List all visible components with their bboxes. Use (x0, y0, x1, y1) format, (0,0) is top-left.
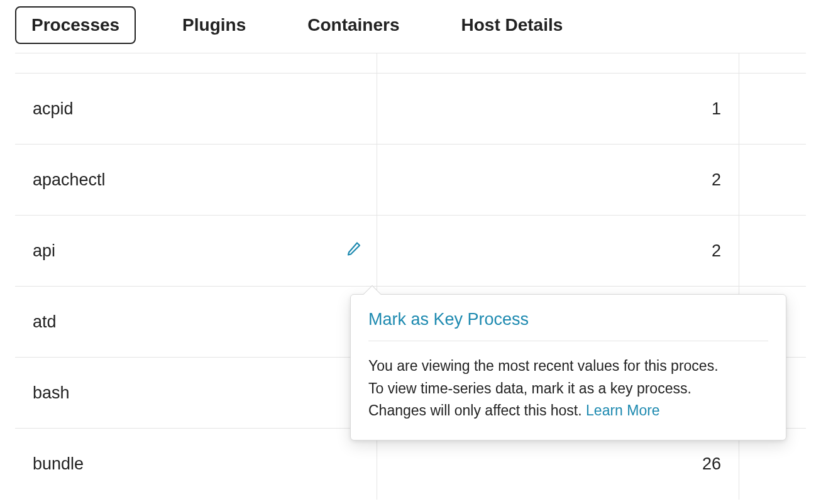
table-row[interactable]: apachectl 2 (15, 145, 806, 216)
tab-host-details[interactable]: Host Details (446, 8, 578, 43)
popover-body: You are viewing the most recent values f… (368, 355, 768, 422)
process-name: acpid (33, 99, 74, 119)
table-header-space (15, 53, 806, 74)
process-name: atd (33, 312, 57, 332)
tab-containers[interactable]: Containers (292, 8, 414, 43)
key-process-popover: Mark as Key Process You are viewing the … (350, 294, 786, 441)
process-count: 26 (702, 454, 721, 474)
popover-text-line1: You are viewing the most recent values f… (368, 358, 719, 374)
table-row[interactable]: acpid 1 (15, 74, 806, 145)
process-name: api (33, 241, 55, 261)
process-count: 1 (712, 99, 721, 119)
mark-key-process-link[interactable]: Mark as Key Process (368, 310, 768, 341)
tab-plugins[interactable]: Plugins (167, 8, 261, 43)
popover-text-line2: To view time-series data, mark it as a k… (368, 380, 692, 397)
learn-more-link[interactable]: Learn More (586, 402, 660, 419)
tab-processes[interactable]: Processes (15, 6, 136, 44)
process-name: bash (33, 383, 70, 403)
process-name: apachectl (33, 170, 106, 190)
edit-icon[interactable] (346, 241, 361, 261)
process-count: 2 (712, 170, 721, 190)
table-row[interactable]: api 2 (15, 216, 806, 287)
popover-text-line3: Changes will only affect this host. (368, 402, 586, 419)
process-name: bundle (33, 454, 84, 474)
process-count: 2 (712, 241, 721, 261)
tabs-bar: Processes Plugins Containers Host Detail… (0, 0, 821, 53)
